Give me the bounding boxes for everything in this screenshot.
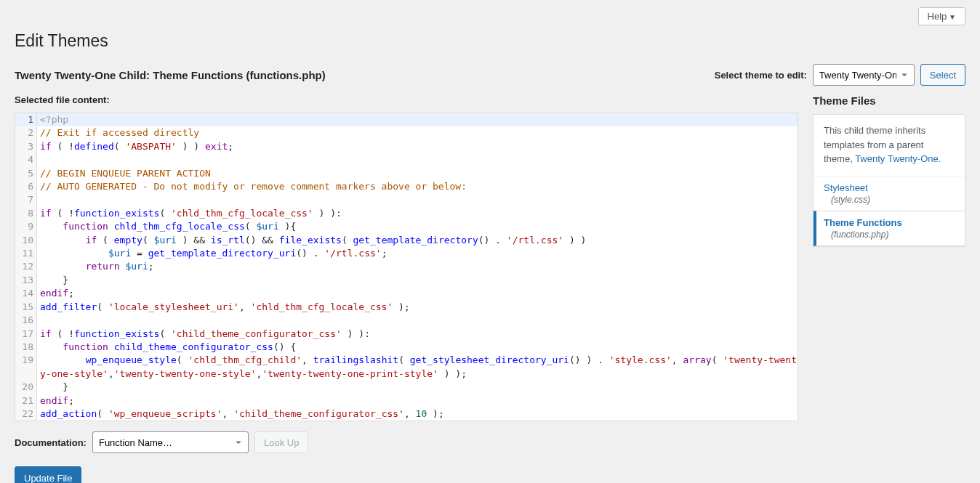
theme-file-label: Theme Functions — [824, 217, 955, 228]
theme-file-filename: (style.css) — [824, 195, 955, 205]
line-number: 20 — [15, 381, 37, 394]
line-number: 7 — [15, 193, 37, 206]
line-number: 4 — [15, 153, 37, 166]
line-number: 16 — [15, 314, 37, 327]
line-number: 9 — [15, 220, 37, 233]
page-title: Edit Themes — [15, 31, 965, 51]
code-line[interactable] — [37, 193, 798, 206]
code-line[interactable]: endif; — [37, 394, 798, 407]
line-number: 19 — [15, 354, 37, 381]
line-number: 13 — [15, 274, 37, 287]
code-line[interactable]: <?php — [37, 113, 798, 126]
select-theme-button[interactable]: Select — [920, 64, 965, 86]
code-line[interactable]: if ( !function_exists( 'child_theme_conf… — [37, 328, 798, 341]
code-line[interactable] — [37, 314, 798, 327]
code-line[interactable]: endif; — [37, 287, 798, 300]
code-line[interactable]: if ( !defined( 'ABSPATH' ) ) exit; — [37, 140, 798, 153]
theme-file-item[interactable]: Stylesheet(style.css) — [814, 176, 965, 211]
line-number: 22 — [15, 407, 37, 421]
theme-files-description: This child theme inherits templates from… — [814, 115, 965, 176]
line-number: 14 — [15, 287, 37, 300]
parent-theme-link[interactable]: Twenty Twenty-One — [855, 153, 939, 164]
lookup-button[interactable]: Look Up — [254, 431, 308, 453]
code-line[interactable]: wp_enqueue_style( 'chld_thm_cfg_child', … — [37, 354, 798, 381]
theme-files-heading: Theme Files — [813, 94, 965, 107]
update-file-button[interactable]: Update File — [15, 466, 81, 483]
line-number: 15 — [15, 301, 37, 314]
code-line[interactable]: add_action( 'wp_enqueue_scripts', 'child… — [37, 407, 798, 421]
code-line[interactable]: function chld_thm_cfg_locale_css( $uri )… — [37, 220, 798, 233]
code-line[interactable]: // Exit if accessed directly — [37, 126, 798, 139]
line-number: 2 — [15, 126, 37, 139]
code-line[interactable]: } — [37, 274, 798, 287]
theme-file-item[interactable]: Theme Functions(functions.php) — [814, 211, 965, 246]
code-line[interactable]: add_filter( 'locale_stylesheet_uri', 'ch… — [37, 301, 798, 314]
code-line[interactable]: if ( !function_exists( 'chld_thm_cfg_loc… — [37, 207, 798, 220]
line-number: 12 — [15, 260, 37, 273]
code-editor[interactable]: 1<?php2// Exit if accessed directly3if (… — [15, 113, 798, 421]
help-button[interactable]: Help — [918, 7, 965, 25]
line-number: 5 — [15, 167, 37, 180]
code-line[interactable] — [37, 153, 798, 166]
theme-file-filename: (functions.php) — [824, 230, 955, 240]
theme-select-label: Select theme to edit: — [715, 70, 807, 81]
line-number: 8 — [15, 207, 37, 220]
code-line[interactable]: return $uri; — [37, 260, 798, 273]
code-line[interactable]: function child_theme_configurator_css() … — [37, 341, 798, 354]
line-number: 3 — [15, 140, 37, 153]
theme-file-heading: Twenty Twenty-One Child: Theme Functions… — [15, 69, 326, 81]
line-number: 10 — [15, 234, 37, 247]
documentation-label: Documentation: — [15, 437, 87, 448]
line-number: 6 — [15, 180, 37, 193]
line-number: 11 — [15, 247, 37, 260]
line-number: 21 — [15, 394, 37, 407]
theme-select[interactable]: Twenty Twenty-One Child — [813, 64, 915, 86]
code-line[interactable]: // AUTO GENERATED - Do not modify or rem… — [37, 180, 798, 193]
code-line[interactable]: } — [37, 381, 798, 394]
code-line[interactable]: if ( empty( $uri ) && is_rtl() && file_e… — [37, 234, 798, 247]
line-number: 17 — [15, 328, 37, 341]
documentation-select[interactable]: Function Name… — [92, 431, 249, 453]
line-number: 1 — [15, 113, 37, 126]
code-line[interactable]: // BEGIN ENQUEUE PARENT ACTION — [37, 167, 798, 180]
line-number: 18 — [15, 341, 37, 354]
code-line[interactable]: $uri = get_template_directory_uri() . '/… — [37, 247, 798, 260]
theme-file-label: Stylesheet — [824, 182, 955, 193]
selected-file-label: Selected file content: — [15, 94, 798, 105]
